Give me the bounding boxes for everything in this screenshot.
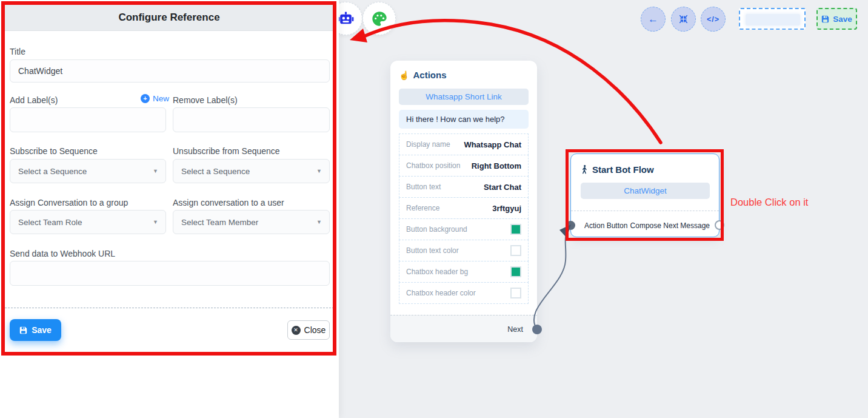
table-row[interactable]: Chatbox position Right Bottom <box>399 155 529 177</box>
table-row[interactable]: Button text color <box>399 240 529 261</box>
subscribe-label: Subscribe to Sequence <box>10 146 98 156</box>
palette-icon <box>371 10 388 27</box>
assign-user-label: Assign conversation to a user <box>173 198 284 207</box>
chevron-down-icon: ▼ <box>316 219 322 225</box>
action-button-label: Action Button <box>584 221 627 230</box>
table-row[interactable]: Chatbox header color <box>399 282 529 304</box>
panel-header: Configure Reference <box>4 4 334 31</box>
table-row[interactable]: Reference 3rftgyuj <box>399 197 529 219</box>
table-row[interactable]: Button text Start Chat <box>399 176 529 198</box>
webhook-label: Send data to Webhook URL <box>10 249 115 258</box>
table-row[interactable]: Chatbox header bg <box>399 261 529 283</box>
node-reference-button[interactable]: ChatWidget <box>581 183 710 199</box>
save-icon <box>821 15 829 23</box>
page-title: Configure Reference <box>118 12 219 24</box>
close-button[interactable]: ✕ Close <box>287 320 330 340</box>
node-divider <box>571 211 719 211</box>
whatsapp-short-link-button[interactable]: Whatsapp Short Link <box>399 89 529 105</box>
footer-divider <box>5 308 334 308</box>
table-row[interactable]: Button background <box>399 218 529 240</box>
robot-icon <box>338 12 354 26</box>
subscribe-select[interactable]: Select a Sequence ▼ <box>10 159 166 183</box>
code-button[interactable]: </> <box>701 7 726 32</box>
unsubscribe-select[interactable]: Select a Sequence ▼ <box>173 159 330 183</box>
remove-labels-input[interactable] <box>173 107 330 132</box>
redacted-text <box>746 14 800 25</box>
color-swatch[interactable] <box>510 224 521 235</box>
webhook-input[interactable] <box>10 261 330 286</box>
chevron-down-icon: ▼ <box>153 219 158 225</box>
actions-card-footer: Next <box>390 315 537 342</box>
new-label-link[interactable]: + New <box>141 94 169 103</box>
configure-reference-panel: Configure Reference Title Add Label(s) +… <box>0 0 339 418</box>
walking-icon <box>581 164 588 175</box>
hand-pointer-icon: ☝ <box>399 70 409 80</box>
save-button[interactable]: Save <box>10 319 61 341</box>
node-title: Start Bot Flow <box>581 164 654 175</box>
next-port[interactable] <box>532 325 542 334</box>
flow-connector-line <box>534 230 568 329</box>
action-button-port[interactable] <box>566 221 575 230</box>
unsubscribe-label: Unsubscribe from Sequence <box>173 146 280 156</box>
code-icon: </> <box>707 15 719 24</box>
annotation-text: Double Click on it <box>730 197 808 208</box>
fit-view-button[interactable] <box>671 7 696 32</box>
table-row[interactable]: Display name Whatsapp Chat <box>399 133 529 155</box>
color-swatch[interactable] <box>510 288 521 298</box>
add-labels-input[interactable] <box>10 107 166 132</box>
title-label: Title <box>10 47 25 56</box>
plus-icon: + <box>141 94 150 103</box>
compose-next-label: Compose Next Message <box>630 221 710 230</box>
assign-user-select[interactable]: Select Team Member ▼ <box>173 210 330 234</box>
actions-card: ☝ Actions Whatsapp Short Link Hi there !… <box>390 61 537 342</box>
save-icon <box>19 326 27 334</box>
back-button[interactable]: ← <box>641 7 666 32</box>
next-label: Next <box>507 325 523 334</box>
chevron-down-icon: ▼ <box>153 168 158 174</box>
compress-icon <box>678 14 689 24</box>
flow-save-button[interactable]: Save <box>816 8 857 30</box>
add-labels-label: Add Label(s) <box>10 95 58 105</box>
start-bot-flow-node[interactable]: Start Bot Flow ChatWidget Action Button … <box>570 153 719 237</box>
compose-next-port[interactable] <box>715 220 724 230</box>
actions-card-title: ☝ Actions <box>399 70 446 80</box>
chevron-down-icon: ▼ <box>316 168 322 174</box>
title-input[interactable] <box>10 59 330 83</box>
arrow-left-icon: ← <box>648 13 658 25</box>
theme-button[interactable] <box>362 2 396 35</box>
assign-group-select[interactable]: Select Team Role ▼ <box>10 210 166 234</box>
color-swatch[interactable] <box>510 245 521 256</box>
remove-labels-label: Remove Label(s) <box>173 95 238 105</box>
flow-name-input[interactable] <box>739 8 806 30</box>
assign-group-label: Assign Conversation to a group <box>10 198 128 207</box>
color-swatch[interactable] <box>510 266 521 277</box>
actions-rows: Display name Whatsapp Chat Chatbox posit… <box>399 134 529 304</box>
close-icon: ✕ <box>292 326 301 335</box>
greeting-message: Hi there ! How can we help? <box>399 110 529 129</box>
